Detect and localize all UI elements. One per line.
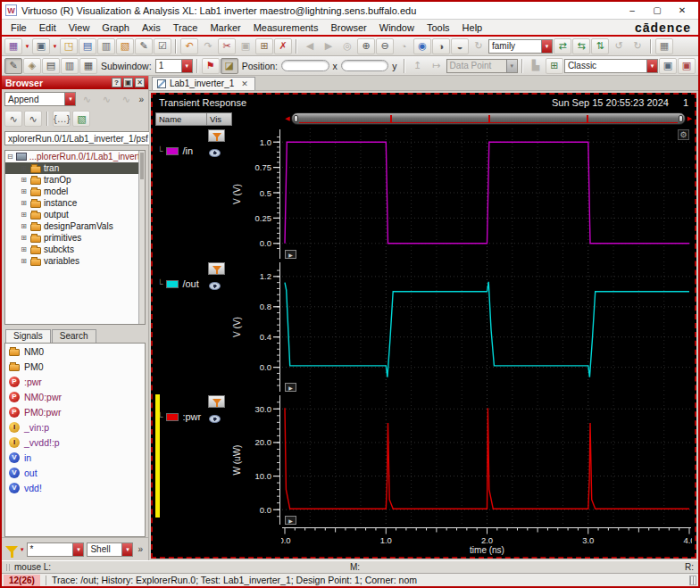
delete-sheet-button[interactable]: ▣ <box>678 58 696 74</box>
fit-button[interactable]: ◉ <box>413 38 431 54</box>
tree-item-model[interactable]: ⊞model <box>5 186 145 197</box>
signal-item-pwr[interactable]: P:pwr <box>5 374 145 389</box>
tree-item-primitives[interactable]: ⊞primitives <box>5 232 145 244</box>
close-button[interactable]: ✕ <box>670 4 695 18</box>
menu-edit[interactable]: Edit <box>34 21 62 34</box>
trace-color-swatch[interactable] <box>166 413 179 421</box>
menu-graph[interactable]: Graph <box>96 21 135 34</box>
tree-scrollbar[interactable] <box>138 151 145 324</box>
menu-trace[interactable]: Trace <box>168 21 204 34</box>
graph-styles-button[interactable]: ◈ <box>23 58 41 74</box>
slider-left-arrow-icon[interactable]: ◀ <box>285 115 289 122</box>
play-button-icon[interactable]: ▶ <box>285 383 296 392</box>
signal-item-vdd[interactable]: Vvdd! <box>5 480 145 495</box>
delete-button[interactable]: ✗ <box>274 38 292 54</box>
zoom-y-button[interactable]: ◒ <box>451 38 469 54</box>
menu-help[interactable]: Help <box>457 21 488 34</box>
open-button[interactable]: ◳ <box>60 38 78 54</box>
tree-item-tran[interactable]: ⊞tran <box>5 162 145 174</box>
slider-left-handle[interactable] <box>294 115 298 122</box>
menu-tools[interactable]: Tools <box>421 21 455 34</box>
signal-item-nm0[interactable]: NM0 <box>5 344 145 359</box>
new-window-dropdown-icon[interactable]: ▾ <box>23 38 31 54</box>
calculator-button[interactable]: ⊞ <box>546 58 563 74</box>
chevron-down-icon[interactable]: ▾ <box>181 60 192 72</box>
tree-item-subckts[interactable]: ⊞subckts <box>5 244 145 255</box>
new-sheet-button[interactable]: ▣ <box>659 58 677 74</box>
panel-close-button[interactable]: ✕ <box>135 78 145 87</box>
x-zoom-slider[interactable] <box>291 112 685 125</box>
snapshot-button[interactable]: ▧ <box>116 38 134 54</box>
tab-signals[interactable]: Signals <box>5 329 51 343</box>
split-vertical-button[interactable]: ▥ <box>61 58 79 74</box>
cut-button[interactable]: ✂ <box>218 38 236 54</box>
zoom-x-button[interactable]: ◑ <box>432 38 450 54</box>
new-subwindow-button[interactable]: ▣ <box>32 38 50 54</box>
slider-right-arrow-icon[interactable]: ▶ <box>688 115 692 122</box>
zoom-in-button[interactable]: ⊕ <box>357 38 375 54</box>
menu-measurements[interactable]: Measurements <box>248 21 324 34</box>
trace-wand-button[interactable]: ✎ <box>4 58 22 74</box>
tree-item-tranop[interactable]: ⊞tranOp <box>5 174 145 186</box>
strip-mode-button[interactable]: ⇅ <box>591 38 609 54</box>
plot-region[interactable]: ▶⚙ <box>281 128 692 261</box>
data-point-combo[interactable]: Data Point▾ <box>446 59 518 73</box>
chevron-down-icon[interactable]: ▾ <box>72 543 83 556</box>
trace-color-swatch[interactable] <box>166 280 179 288</box>
chevron-down-icon[interactable]: ▾ <box>646 60 657 72</box>
zoom-out-button[interactable]: ⊖ <box>376 38 394 54</box>
split-horizontal-button[interactable]: ▤ <box>42 58 60 74</box>
minimize-button[interactable]: – <box>620 4 645 18</box>
expand-icon[interactable]: ⊞ <box>20 164 28 172</box>
expand-icon[interactable]: ⊞ <box>20 211 28 219</box>
trace-filter-button[interactable] <box>208 129 225 142</box>
waveform-plot[interactable] <box>281 261 692 393</box>
visibility-eye-icon[interactable] <box>209 149 221 157</box>
signal-filter-combo[interactable]: *▾ <box>27 542 85 557</box>
tree-item-variables[interactable]: ⊞variables <box>5 255 145 267</box>
tab-lab1-inverter-1[interactable]: Lab1_inverter_1 ✕ <box>152 77 255 90</box>
plot-region[interactable]: ▶ <box>281 393 692 526</box>
slider-right-handle[interactable] <box>679 115 683 122</box>
trace-filter-button[interactable] <box>208 262 225 275</box>
subwindow-combo[interactable]: 1▾ <box>155 59 193 73</box>
plot-region[interactable]: ▶ <box>281 261 692 393</box>
expand-icon[interactable]: ⊞ <box>20 199 28 207</box>
edit-graph-button[interactable]: ✎ <box>135 38 153 54</box>
tree-item-output[interactable]: ⊞output <box>5 209 145 220</box>
filter-dropdown-icon[interactable]: ▾ <box>21 546 24 553</box>
chevron-down-icon[interactable]: ▾ <box>506 60 517 72</box>
chevron-down-icon[interactable]: ▾ <box>121 543 132 556</box>
menu-marker[interactable]: Marker <box>204 21 246 34</box>
menu-file[interactable]: File <box>5 21 32 34</box>
filter-funnel-icon[interactable] <box>5 546 18 553</box>
tree-item-designparamvals[interactable]: ⊞designParamVals <box>5 220 145 232</box>
tree-item-instance[interactable]: ⊞instance <box>5 197 145 209</box>
grid-layout-button[interactable]: ▦ <box>79 58 97 74</box>
panel-undock-button[interactable]: ▣ <box>123 78 133 87</box>
signal-item-vinp[interactable]: I_vin:p <box>5 419 145 435</box>
results-refresh-button[interactable]: ▧ <box>72 111 90 127</box>
paste-button[interactable]: ⊞ <box>255 38 273 54</box>
family-combo[interactable]: family▾ <box>488 39 553 54</box>
expand-icon[interactable]: ⊞ <box>20 176 28 184</box>
expand-icon[interactable]: ⊞ <box>20 234 28 242</box>
collapse-icon[interactable]: ⊟ <box>7 153 13 161</box>
flag-marker-button[interactable]: ⚑ <box>202 58 220 74</box>
position-y-field[interactable] <box>341 60 389 71</box>
resize-grip[interactable] <box>689 576 696 585</box>
play-button-icon[interactable]: ▶ <box>285 516 296 525</box>
signal-item-pm0pwr[interactable]: PPM0:pwr <box>5 404 145 419</box>
spreadsheet-button[interactable]: ▦ <box>655 38 673 54</box>
print-button[interactable]: ▥ <box>97 38 115 54</box>
waveform-plot[interactable] <box>281 393 692 526</box>
menu-window[interactable]: Window <box>374 21 420 34</box>
wave-strip-button[interactable]: ∿ <box>4 111 22 127</box>
browser-expand-chevrons[interactable]: » <box>137 95 146 104</box>
new-subwindow-dropdown-icon[interactable]: ▾ <box>51 38 59 54</box>
panel-help-button[interactable]: ? <box>112 78 121 87</box>
expand-icon[interactable]: ⊞ <box>20 245 28 253</box>
filter-expand-chevrons[interactable]: » <box>136 544 145 554</box>
signal-item-in[interactable]: Vin <box>5 450 145 465</box>
position-x-field[interactable] <box>281 60 329 71</box>
